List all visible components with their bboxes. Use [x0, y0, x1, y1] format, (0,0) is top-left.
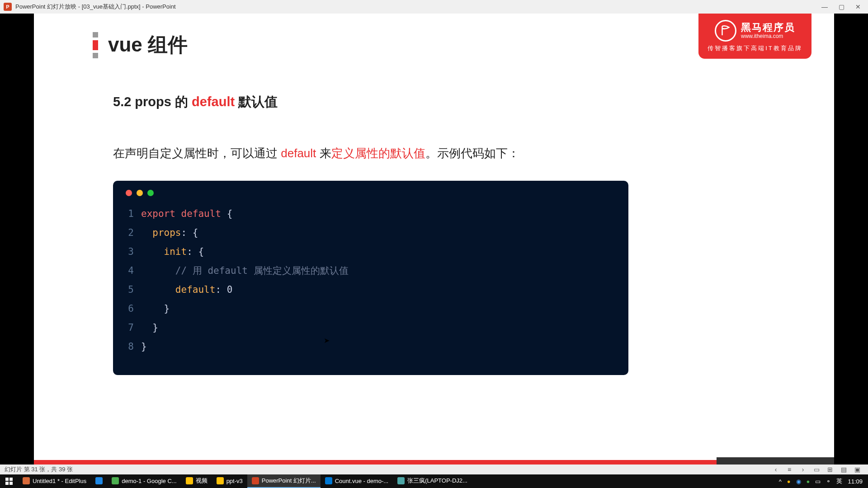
header-bullets-icon	[93, 32, 98, 58]
tray-network-icon[interactable]: ⚬	[826, 478, 831, 485]
tray-app-icon[interactable]: ◉	[796, 478, 801, 485]
taskbar-app-icon	[217, 477, 224, 484]
code-line: 8}	[126, 337, 616, 356]
window-controls: — ▢ ✕	[821, 3, 864, 10]
window-title: PowerPoint 幻灯片放映 - [03_vue基础入门.pptx] - P…	[15, 3, 176, 11]
taskbar-item[interactable]: ppt-v3	[212, 474, 247, 488]
windows-icon	[5, 478, 13, 485]
subtitle-prefix: 5.2 props 的	[113, 94, 192, 109]
view-reading-icon[interactable]: ▤	[840, 466, 847, 473]
slide-counter: 幻灯片 第 31 张，共 39 张	[5, 465, 73, 474]
svg-rect-3	[9, 482, 13, 485]
taskbar-item[interactable]: 视频	[181, 474, 212, 488]
subtitle-suffix: 默认值	[235, 94, 278, 109]
taskbar-app-icon	[23, 477, 30, 484]
ime-indicator[interactable]: 英	[836, 477, 842, 485]
start-button[interactable]	[0, 474, 18, 488]
view-normal-icon[interactable]: ▭	[813, 466, 820, 473]
line-number: 2	[126, 223, 141, 242]
taskbar-app-icon	[252, 477, 259, 484]
line-number: 8	[126, 337, 141, 356]
minimize-icon[interactable]: —	[821, 3, 828, 10]
taskbar-label: Count.vue - demo-...	[335, 478, 389, 484]
status-bar: 幻灯片 第 31 张，共 39 张 ‹ ≡ › ▭ ⊞ ▤ ▣	[0, 465, 868, 474]
desc-part: 来	[316, 146, 331, 160]
line-number: 4	[126, 261, 141, 280]
window-dots-icon	[126, 190, 616, 196]
taskbar: Untitled1 * - EditPlusdemo-1 - Google C.…	[0, 474, 868, 488]
svg-rect-0	[5, 478, 9, 481]
taskbar-item[interactable]: demo-1 - Google C...	[107, 474, 181, 488]
brand-url: www.itheima.com	[741, 33, 795, 39]
menu-icon[interactable]: ≡	[786, 466, 793, 473]
slide: 黑马程序员 www.itheima.com 传智播客旗下高端IT教育品牌 vue…	[34, 14, 834, 465]
code-body: 1export default {2 props: {3 init: {4 //…	[126, 204, 616, 356]
taskbar-label: ppt-v3	[226, 478, 243, 484]
maximize-icon[interactable]: ▢	[839, 3, 844, 10]
tray-battery-icon[interactable]: ▭	[815, 478, 821, 485]
tray-chevron-icon[interactable]: ^	[779, 478, 782, 485]
view-sorter-icon[interactable]: ⊞	[826, 466, 834, 473]
code-content: default: 0	[141, 280, 232, 299]
taskbar-label: 张三疯(LAPTOP-DJ2...	[407, 477, 467, 485]
slide-stage[interactable]: 黑马程序员 www.itheima.com 传智播客旗下高端IT教育品牌 vue…	[0, 14, 868, 465]
system-tray: ^ ● ◉ ● ▭ ⚬ 英 11:09	[774, 477, 868, 485]
line-number: 7	[126, 318, 141, 337]
code-line: 7 }	[126, 318, 616, 337]
code-content: props: {	[141, 223, 198, 242]
code-line: 3 init: {	[126, 242, 616, 261]
line-number: 5	[126, 280, 141, 299]
description-text: 在声明自定义属性时，可以通过 default 来定义属性的默认值。示例代码如下：	[113, 145, 519, 161]
code-line: 5 default: 0	[126, 280, 616, 299]
prev-slide-icon[interactable]: ‹	[772, 466, 779, 473]
tray-cloud-icon[interactable]: ●	[787, 478, 791, 485]
code-content: // 用 default 属性定义属性的默认值	[141, 261, 349, 280]
taskbar-item[interactable]: PowerPoint 幻灯片...	[247, 474, 321, 488]
code-content: }	[141, 299, 170, 318]
view-slideshow-icon[interactable]: ▣	[854, 466, 861, 473]
taskbar-app-icon	[112, 477, 119, 484]
taskbar-app-icon	[95, 477, 103, 484]
taskbar-app-icon	[397, 477, 405, 484]
taskbar-label: Untitled1 * - EditPlus	[33, 478, 86, 484]
section-subtitle: 5.2 props 的 default 默认值	[113, 93, 278, 111]
title-bar: P PowerPoint 幻灯片放映 - [03_vue基础入门.pptx] -…	[0, 0, 868, 14]
brand-logo-icon	[715, 20, 736, 42]
line-number: 6	[126, 299, 141, 318]
slide-footer-marker	[717, 457, 834, 465]
next-slide-icon[interactable]: ›	[799, 466, 807, 473]
code-panel: 1export default {2 props: {3 init: {4 //…	[113, 181, 628, 375]
taskbar-item[interactable]: Untitled1 * - EditPlus	[18, 474, 91, 488]
taskbar-label: 视频	[196, 477, 208, 485]
brand-badge: 黑马程序员 www.itheima.com 传智播客旗下高端IT教育品牌	[698, 14, 811, 59]
clock[interactable]: 11:09	[848, 478, 863, 485]
line-number: 1	[126, 204, 141, 223]
code-line: 2 props: {	[126, 223, 616, 242]
code-line: 6 }	[126, 299, 616, 318]
brand-name: 黑马程序员	[741, 22, 795, 33]
code-content: }	[141, 318, 158, 337]
svg-rect-1	[9, 478, 13, 481]
taskbar-item[interactable]: Count.vue - demo-...	[321, 474, 393, 488]
desc-part: 。示例代码如下：	[425, 146, 519, 160]
taskbar-label: PowerPoint 幻灯片...	[262, 477, 316, 485]
desc-accent: default	[281, 146, 316, 160]
slide-footer-bar	[34, 460, 834, 465]
desc-accent: 定义属性的默认值	[331, 146, 425, 160]
slide-header: vue 组件	[93, 32, 188, 58]
code-content: }	[141, 337, 147, 356]
line-number: 3	[126, 242, 141, 261]
taskbar-item[interactable]: 张三疯(LAPTOP-DJ2...	[393, 474, 472, 488]
code-content: init: {	[141, 242, 204, 261]
taskbar-app-icon	[325, 477, 332, 484]
code-line: 4 // 用 default 属性定义属性的默认值	[126, 261, 616, 280]
taskbar-item[interactable]	[91, 474, 107, 488]
tray-status-icon[interactable]: ●	[807, 478, 810, 485]
code-content: export default {	[141, 204, 232, 223]
svg-rect-2	[5, 482, 9, 485]
status-nav: ‹ ≡ › ▭ ⊞ ▤ ▣	[772, 466, 863, 473]
close-icon[interactable]: ✕	[855, 3, 861, 10]
code-line: 1export default {	[126, 204, 616, 223]
page-title: vue 组件	[108, 32, 188, 58]
desc-part: 在声明自定义属性时，可以通过	[113, 146, 281, 160]
